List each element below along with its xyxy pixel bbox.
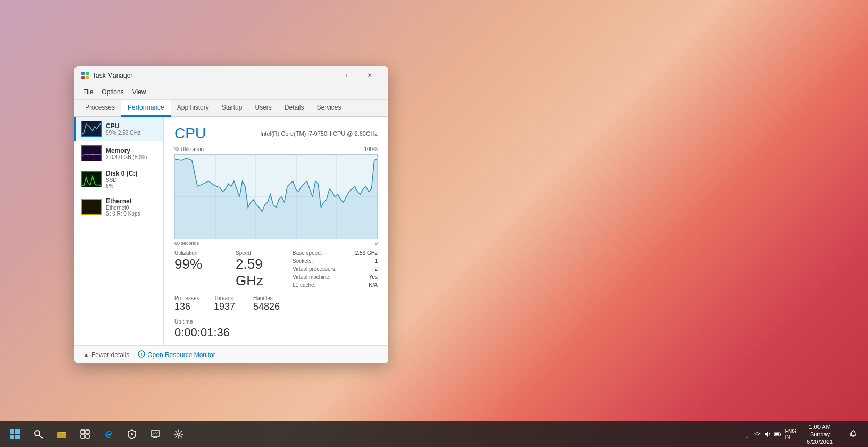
tray-battery[interactable] bbox=[773, 430, 782, 438]
file-explorer-button[interactable] bbox=[51, 424, 72, 445]
main-content: CPU 99% 2.59 GHz Memory 2.0/4.0 GB (50%) bbox=[74, 117, 388, 345]
svg-rect-21 bbox=[81, 430, 85, 434]
menu-view[interactable]: View bbox=[128, 86, 151, 98]
svg-marker-11 bbox=[175, 158, 377, 239]
svg-rect-22 bbox=[86, 430, 89, 434]
minimize-button[interactable]: — bbox=[308, 68, 333, 84]
panel-header: CPU Intel(R) Core(TM) i7-9750H CPU @ 2.6… bbox=[174, 125, 378, 142]
disk-sub1: SSD bbox=[106, 177, 158, 183]
speed-label: Speed bbox=[236, 250, 286, 256]
memory-mini-chart bbox=[81, 145, 102, 161]
bottom-stats: Processes 136 Threads 1937 Handles 54826 bbox=[174, 295, 286, 312]
svg-point-28 bbox=[178, 433, 180, 436]
l1-cache-label: L1 cache: bbox=[293, 282, 315, 288]
svg-rect-16 bbox=[10, 435, 14, 439]
fewer-details-label: Fewer details bbox=[91, 351, 129, 359]
svg-rect-24 bbox=[86, 435, 89, 438]
info-column: Base speed: 2.59 GHz Sockets: 1 Virtual … bbox=[293, 250, 378, 340]
svg-text:!: ! bbox=[141, 352, 143, 357]
threads-value: 1937 bbox=[214, 301, 247, 312]
fewer-details-button[interactable]: ▲ Fewer details bbox=[83, 351, 129, 359]
tab-processes[interactable]: Processes bbox=[79, 100, 121, 117]
virtual-processors-label: Virtual processors: bbox=[293, 266, 337, 272]
sidebar: CPU 99% 2.59 GHz Memory 2.0/4.0 GB (50%) bbox=[74, 117, 164, 345]
sidebar-item-ethernet[interactable]: Ethernet Ethernet0 S: 0 R: 0 Kbps bbox=[74, 193, 163, 221]
processes-value: 136 bbox=[174, 301, 207, 312]
handles-value: 54826 bbox=[253, 301, 286, 312]
threads-label: Threads bbox=[214, 295, 247, 301]
resource-monitor-icon: ! bbox=[138, 350, 145, 359]
y-axis-label: % Utilization bbox=[174, 146, 204, 152]
speed-value: 2.59 GHz bbox=[236, 256, 286, 289]
tray-wifi[interactable] bbox=[753, 430, 762, 438]
clock[interactable]: 1:00 AM Sunday 6/20/2021 bbox=[804, 421, 836, 447]
cpu-name: CPU bbox=[106, 122, 158, 130]
base-speed-row: Base speed: 2.59 GHz bbox=[293, 250, 378, 256]
edge-button[interactable] bbox=[98, 424, 119, 445]
cpu-chart bbox=[174, 154, 378, 239]
sidebar-item-memory[interactable]: Memory 2.0/4.0 GB (50%) bbox=[74, 141, 163, 165]
utilization-group: Utilization 99% bbox=[174, 250, 225, 289]
settings-button[interactable] bbox=[168, 424, 189, 445]
close-button[interactable]: ✕ bbox=[357, 68, 382, 84]
lang-indicator[interactable]: ENGIN bbox=[783, 428, 797, 440]
tab-services[interactable]: Services bbox=[311, 100, 348, 117]
notification-button[interactable] bbox=[842, 424, 864, 445]
monitor-button[interactable] bbox=[145, 424, 166, 445]
widgets-button[interactable] bbox=[74, 424, 96, 445]
tab-users[interactable]: Users bbox=[248, 100, 278, 117]
taskbar-right: ‸ bbox=[743, 421, 864, 447]
speed-group: Speed 2.59 GHz bbox=[236, 250, 286, 289]
chart-labels: % Utilization 100% bbox=[174, 146, 378, 152]
taskbar-left bbox=[4, 424, 189, 445]
chart-time-labels: 60 seconds 0 bbox=[174, 241, 378, 246]
search-button[interactable] bbox=[28, 424, 49, 445]
chart-time-start: 60 seconds bbox=[174, 241, 199, 246]
menu-bar: File Options View bbox=[74, 85, 388, 100]
utilization-value: 99% bbox=[174, 256, 225, 272]
svg-rect-17 bbox=[15, 435, 20, 439]
window-title: Task Manager bbox=[93, 72, 132, 79]
menu-options[interactable]: Options bbox=[97, 86, 128, 98]
left-stats: Utilization 99% Speed 2.59 GHz Proce bbox=[174, 250, 286, 340]
svg-rect-1 bbox=[86, 72, 89, 75]
svg-rect-32 bbox=[775, 433, 779, 435]
clock-day: Sunday bbox=[810, 431, 830, 438]
ethernet-name: Ethernet bbox=[106, 197, 158, 205]
virtual-machine-row: Virtual machine: Yes bbox=[293, 274, 378, 280]
handles-label: Handles bbox=[253, 295, 286, 301]
disk-sub2: 6% bbox=[106, 183, 158, 189]
open-resource-monitor-link[interactable]: ! Open Resource Monitor bbox=[138, 350, 215, 359]
title-bar-left: Task Manager bbox=[81, 71, 132, 80]
tab-app-history[interactable]: App history bbox=[171, 100, 215, 117]
security-button[interactable] bbox=[121, 424, 143, 445]
tab-performance[interactable]: Performance bbox=[121, 100, 171, 117]
menu-file[interactable]: File bbox=[79, 86, 97, 98]
cpu-panel: CPU Intel(R) Core(TM) i7-9750H CPU @ 2.6… bbox=[164, 117, 388, 345]
processes-label: Processes bbox=[174, 295, 207, 301]
base-speed-value: 2.59 GHz bbox=[355, 250, 378, 256]
tab-details[interactable]: Details bbox=[278, 100, 311, 117]
cpu-sub: 99% 2.59 GHz bbox=[106, 130, 158, 136]
threads-group: Threads 1937 bbox=[214, 295, 247, 312]
handles-group: Handles 54826 bbox=[253, 295, 286, 312]
start-button[interactable] bbox=[4, 424, 26, 445]
cpu-sidebar-info: CPU 99% 2.59 GHz bbox=[106, 122, 158, 136]
panel-subtitle: Intel(R) Core(TM) i7-9750H CPU @ 2.60GHz bbox=[260, 130, 378, 137]
cpu-mini-chart bbox=[81, 121, 102, 137]
memory-sub: 2.0/4.0 GB (50%) bbox=[106, 154, 158, 160]
sidebar-item-cpu[interactable]: CPU 99% 2.59 GHz bbox=[74, 117, 163, 141]
disk-sidebar-info: Disk 0 (C:) SSD 6% bbox=[106, 170, 158, 189]
tab-startup[interactable]: Startup bbox=[215, 100, 249, 117]
tray-volume[interactable] bbox=[763, 430, 772, 438]
sidebar-item-disk[interactable]: Disk 0 (C:) SSD 6% bbox=[74, 165, 163, 193]
utilization-label: Utilization bbox=[174, 250, 225, 256]
sockets-label: Sockets: bbox=[293, 258, 313, 264]
svg-rect-3 bbox=[86, 76, 89, 79]
maximize-button[interactable]: □ bbox=[333, 68, 357, 84]
chevron-up-icon: ▲ bbox=[83, 351, 89, 359]
chart-time-end: 0 bbox=[375, 241, 378, 246]
tabs: Processes Performance App history Startu… bbox=[74, 100, 388, 117]
svg-rect-31 bbox=[780, 434, 781, 435]
tray-chevron[interactable]: ‸ bbox=[743, 430, 752, 438]
